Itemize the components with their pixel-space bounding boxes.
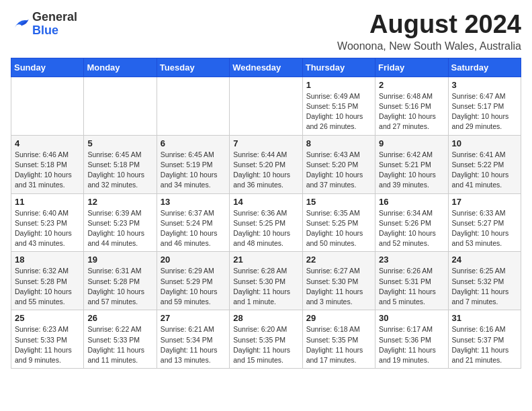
day-info: Sunrise: 6:36 AM Sunset: 5:25 PM Dayligh…: [233, 208, 298, 249]
day-number: 2: [379, 80, 444, 90]
day-info: Sunrise: 6:35 AM Sunset: 5:25 PM Dayligh…: [306, 208, 371, 249]
day-number: 3: [452, 80, 517, 90]
day-info: Sunrise: 6:17 AM Sunset: 5:36 PM Dayligh…: [379, 324, 444, 365]
day-cell: 22Sunrise: 6:27 AM Sunset: 5:30 PM Dayli…: [302, 252, 375, 310]
calendar-subtitle: Woonona, New South Wales, Australia: [337, 40, 521, 52]
day-number: 25: [15, 313, 80, 323]
week-row-1: 1Sunrise: 6:49 AM Sunset: 5:15 PM Daylig…: [11, 77, 521, 135]
day-info: Sunrise: 6:21 AM Sunset: 5:34 PM Dayligh…: [161, 324, 226, 365]
day-info: Sunrise: 6:29 AM Sunset: 5:29 PM Dayligh…: [161, 266, 226, 307]
day-cell: [84, 77, 157, 135]
day-cell: 18Sunrise: 6:32 AM Sunset: 5:28 PM Dayli…: [11, 252, 84, 310]
day-number: 26: [87, 313, 152, 323]
day-cell: 12Sunrise: 6:39 AM Sunset: 5:23 PM Dayli…: [84, 193, 157, 252]
day-number: 14: [233, 197, 298, 207]
day-info: Sunrise: 6:16 AM Sunset: 5:37 PM Dayligh…: [452, 324, 517, 365]
day-cell: 6Sunrise: 6:45 AM Sunset: 5:19 PM Daylig…: [157, 135, 229, 193]
week-row-5: 25Sunrise: 6:23 AM Sunset: 5:33 PM Dayli…: [11, 310, 521, 369]
day-info: Sunrise: 6:46 AM Sunset: 5:18 PM Dayligh…: [15, 150, 80, 191]
day-number: 24: [452, 255, 517, 265]
day-cell: 13Sunrise: 6:37 AM Sunset: 5:24 PM Dayli…: [157, 193, 229, 252]
day-number: 11: [15, 197, 80, 207]
day-cell: 5Sunrise: 6:45 AM Sunset: 5:18 PM Daylig…: [84, 135, 157, 193]
day-number: 23: [379, 255, 444, 265]
logo-general-text: General: [32, 10, 77, 24]
day-number: 5: [87, 138, 152, 148]
day-cell: 3Sunrise: 6:47 AM Sunset: 5:17 PM Daylig…: [448, 77, 521, 135]
day-cell: 8Sunrise: 6:43 AM Sunset: 5:20 PM Daylig…: [302, 135, 375, 193]
day-info: Sunrise: 6:37 AM Sunset: 5:24 PM Dayligh…: [161, 208, 226, 249]
header-cell-friday: Friday: [375, 58, 448, 77]
day-number: 13: [161, 197, 226, 207]
day-cell: [230, 77, 302, 135]
day-info: Sunrise: 6:39 AM Sunset: 5:23 PM Dayligh…: [87, 208, 152, 249]
day-number: 31: [452, 313, 517, 323]
week-row-3: 11Sunrise: 6:40 AM Sunset: 5:23 PM Dayli…: [11, 193, 521, 252]
calendar-title-block: August 2024 Woonona, New South Wales, Au…: [337, 11, 521, 52]
day-cell: 27Sunrise: 6:21 AM Sunset: 5:34 PM Dayli…: [157, 310, 229, 369]
day-info: Sunrise: 6:20 AM Sunset: 5:35 PM Dayligh…: [233, 324, 298, 365]
day-number: 10: [452, 138, 517, 148]
day-cell: 4Sunrise: 6:46 AM Sunset: 5:18 PM Daylig…: [11, 135, 84, 193]
day-info: Sunrise: 6:27 AM Sunset: 5:30 PM Dayligh…: [306, 266, 371, 307]
day-info: Sunrise: 6:25 AM Sunset: 5:32 PM Dayligh…: [452, 266, 517, 307]
logo: General Blue: [11, 11, 77, 38]
day-info: Sunrise: 6:34 AM Sunset: 5:26 PM Dayligh…: [379, 208, 444, 249]
day-info: Sunrise: 6:45 AM Sunset: 5:19 PM Dayligh…: [161, 150, 226, 191]
day-number: 22: [306, 255, 371, 265]
day-number: 20: [161, 255, 226, 265]
day-number: 17: [452, 197, 517, 207]
day-number: 30: [379, 313, 444, 323]
day-info: Sunrise: 6:40 AM Sunset: 5:23 PM Dayligh…: [15, 208, 80, 249]
day-cell: 11Sunrise: 6:40 AM Sunset: 5:23 PM Dayli…: [11, 193, 84, 252]
day-cell: 30Sunrise: 6:17 AM Sunset: 5:36 PM Dayli…: [375, 310, 448, 369]
header-cell-monday: Monday: [84, 58, 157, 77]
day-info: Sunrise: 6:22 AM Sunset: 5:33 PM Dayligh…: [87, 324, 152, 365]
day-info: Sunrise: 6:45 AM Sunset: 5:18 PM Dayligh…: [87, 150, 152, 191]
day-info: Sunrise: 6:42 AM Sunset: 5:21 PM Dayligh…: [379, 150, 444, 191]
day-info: Sunrise: 6:26 AM Sunset: 5:31 PM Dayligh…: [379, 266, 444, 307]
calendar-title: August 2024: [337, 11, 521, 39]
day-number: 8: [306, 138, 371, 148]
day-cell: 17Sunrise: 6:33 AM Sunset: 5:27 PM Dayli…: [448, 193, 521, 252]
day-cell: 1Sunrise: 6:49 AM Sunset: 5:15 PM Daylig…: [302, 77, 375, 135]
day-number: 16: [379, 197, 444, 207]
day-info: Sunrise: 6:31 AM Sunset: 5:28 PM Dayligh…: [87, 266, 152, 307]
day-cell: 7Sunrise: 6:44 AM Sunset: 5:20 PM Daylig…: [230, 135, 302, 193]
day-number: 29: [306, 313, 371, 323]
day-number: 21: [233, 255, 298, 265]
header-cell-wednesday: Wednesday: [230, 58, 302, 77]
day-info: Sunrise: 6:49 AM Sunset: 5:15 PM Dayligh…: [306, 91, 371, 132]
day-number: 4: [15, 138, 80, 148]
page-header: General Blue August 2024 Woonona, New So…: [11, 11, 521, 52]
week-row-4: 18Sunrise: 6:32 AM Sunset: 5:28 PM Dayli…: [11, 252, 521, 310]
day-cell: 9Sunrise: 6:42 AM Sunset: 5:21 PM Daylig…: [375, 135, 448, 193]
day-cell: 15Sunrise: 6:35 AM Sunset: 5:25 PM Dayli…: [302, 193, 375, 252]
day-info: Sunrise: 6:47 AM Sunset: 5:17 PM Dayligh…: [452, 91, 517, 132]
header-cell-tuesday: Tuesday: [157, 58, 229, 77]
day-cell: 21Sunrise: 6:28 AM Sunset: 5:30 PM Dayli…: [230, 252, 302, 310]
week-row-2: 4Sunrise: 6:46 AM Sunset: 5:18 PM Daylig…: [11, 135, 521, 193]
day-number: 9: [379, 138, 444, 148]
day-number: 19: [87, 255, 152, 265]
day-info: Sunrise: 6:28 AM Sunset: 5:30 PM Dayligh…: [233, 266, 298, 307]
header-row: SundayMondayTuesdayWednesdayThursdayFrid…: [11, 58, 521, 77]
day-info: Sunrise: 6:32 AM Sunset: 5:28 PM Dayligh…: [15, 266, 80, 307]
day-number: 1: [306, 80, 371, 90]
day-cell: 20Sunrise: 6:29 AM Sunset: 5:29 PM Dayli…: [157, 252, 229, 310]
day-cell: 26Sunrise: 6:22 AM Sunset: 5:33 PM Dayli…: [84, 310, 157, 369]
day-cell: 28Sunrise: 6:20 AM Sunset: 5:35 PM Dayli…: [230, 310, 302, 369]
day-cell: 14Sunrise: 6:36 AM Sunset: 5:25 PM Dayli…: [230, 193, 302, 252]
logo-icon: [11, 15, 30, 34]
day-number: 12: [87, 197, 152, 207]
day-number: 18: [15, 255, 80, 265]
day-cell: 23Sunrise: 6:26 AM Sunset: 5:31 PM Dayli…: [375, 252, 448, 310]
day-info: Sunrise: 6:48 AM Sunset: 5:16 PM Dayligh…: [379, 91, 444, 132]
day-number: 27: [161, 313, 226, 323]
day-cell: 2Sunrise: 6:48 AM Sunset: 5:16 PM Daylig…: [375, 77, 448, 135]
day-number: 28: [233, 313, 298, 323]
day-cell: 19Sunrise: 6:31 AM Sunset: 5:28 PM Dayli…: [84, 252, 157, 310]
day-number: 6: [161, 138, 226, 148]
day-info: Sunrise: 6:23 AM Sunset: 5:33 PM Dayligh…: [15, 324, 80, 365]
header-cell-saturday: Saturday: [448, 58, 521, 77]
